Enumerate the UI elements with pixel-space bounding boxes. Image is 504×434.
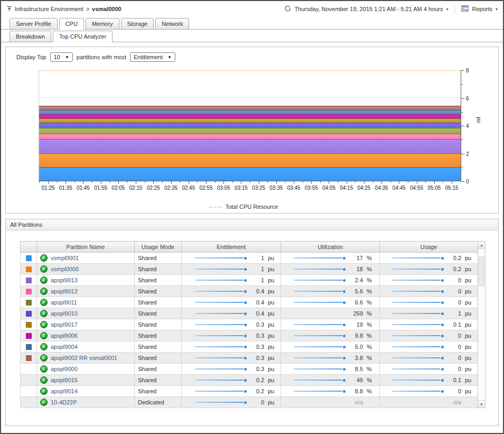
metric-usage: 1pu: [383, 310, 474, 317]
reports-dropdown-arrow[interactable]: ▾: [496, 7, 498, 12]
table-row[interactable]: ✓vsmpl0000Shared1pu18%0.2pu: [21, 264, 478, 275]
x-minor-tick: [197, 181, 198, 183]
timerange-dropdown-arrow[interactable]: ▾: [446, 7, 448, 12]
usage-unit: pu: [465, 288, 474, 294]
tab-network[interactable]: Network: [155, 18, 189, 30]
y-tick-label: 4: [466, 123, 469, 129]
partition-name-link[interactable]: apspl9004: [51, 344, 78, 350]
column-header-partition-name: Partition Name: [37, 242, 135, 253]
table-row[interactable]: ✓apspl9013Shared1pu2.4%0pu: [21, 275, 478, 286]
y-tick: [461, 98, 464, 99]
sparkline: [392, 380, 441, 381]
table-row[interactable]: ✓apspl9006Shared0.3pu9.8%0pu: [21, 330, 478, 341]
subtab-top-cpu-analyzer[interactable]: Top CPU Analyzer: [53, 31, 113, 42]
table-scrollbar[interactable]: ▲ ▼: [478, 241, 486, 408]
x-tick: [206, 181, 207, 184]
usage-unit: pu: [465, 344, 474, 350]
sparkline: [392, 391, 441, 392]
metric-select[interactable]: Entitlement ▼: [130, 52, 175, 62]
partition-name-link[interactable]: vsmpl0000: [51, 266, 79, 272]
sparkline: [392, 335, 441, 336]
sparkline: [294, 291, 342, 292]
partition-name-link[interactable]: apspl9006: [51, 333, 78, 339]
usage-unit: pu: [465, 366, 474, 372]
tab-cpu[interactable]: CPU: [59, 18, 84, 30]
metric-entitlement: 0.2pu: [185, 377, 277, 383]
cell-usage: 0.1pu: [380, 375, 478, 386]
metric-utilization: 8.8%: [284, 388, 376, 394]
partition-name-link[interactable]: apspl9017: [51, 321, 78, 328]
cell-partition-name: ✓apspl9010: [37, 308, 135, 319]
tab-storage[interactable]: Storage: [121, 18, 154, 30]
table-row[interactable]: ✓vsmpl0001Shared1pu17%0.2pu: [21, 253, 478, 264]
partition-name-link[interactable]: apspl9012: [51, 288, 78, 294]
top-count-select[interactable]: 10 ▼: [50, 52, 73, 62]
x-tick-label: 05:05: [427, 185, 441, 191]
x-tick: [153, 181, 154, 184]
partition-name-link[interactable]: apspl9010: [51, 310, 78, 317]
cell-usage-mode: Shared: [135, 308, 182, 319]
scrollbar-thumb[interactable]: [479, 256, 484, 286]
partition-name-link[interactable]: apspl9015: [51, 377, 78, 383]
status-ok-icon: ✓: [40, 288, 48, 295]
subtab-breakdown[interactable]: Breakdown: [10, 31, 51, 42]
table-row[interactable]: ✓apspl9004Shared0.3pu5.0%0pu: [21, 341, 478, 353]
usage-value: 0: [447, 366, 461, 372]
partitions-with-most-label: partitions with most: [77, 54, 126, 60]
partition-name-link[interactable]: 10-4D22P: [51, 399, 77, 405]
usage-unit: pu: [465, 377, 474, 383]
table-row[interactable]: ✓10-4D22PDedicated0pun/an/a: [21, 397, 478, 408]
navigate-up-icon[interactable]: [6, 6, 12, 13]
table-row[interactable]: ✓apspl9017Shared0.3pu19%0.1pu: [21, 319, 478, 330]
usage-value: 0.1: [447, 377, 461, 383]
table-row[interactable]: ✓apspl9014Shared0.2pu8.8%0pu: [21, 386, 478, 397]
usage-unit: pu: [465, 266, 474, 272]
table-row[interactable]: ✓apspl9011Shared0.4pu6.6%0pu: [21, 297, 478, 308]
usage-value: 0: [447, 388, 461, 394]
partition-name-link[interactable]: apspl9002 RR vsmal0001: [51, 355, 117, 361]
x-tick-label: 05:15: [445, 185, 458, 191]
partition-name-link[interactable]: apspl9013: [51, 277, 78, 283]
table-row[interactable]: ✓apspl9010Shared0.4pu259%1pu: [21, 308, 478, 319]
breadcrumb-root[interactable]: Infrastructure Environment: [15, 6, 83, 12]
partition-name-link[interactable]: apspl9011: [51, 299, 77, 306]
sparkline-endpoint: [244, 257, 247, 260]
sparkline-endpoint: [441, 335, 444, 337]
tab-server-profile[interactable]: Server Profile: [10, 18, 58, 30]
timerange-label[interactable]: Thursday, November 19, 2015 1:21 AM - 5:…: [294, 6, 443, 12]
cell-usage-mode: Shared: [135, 286, 182, 297]
cell-usage-mode: Shared: [135, 275, 182, 286]
cell-partition-name: ✓apspl9004: [37, 341, 135, 353]
sparkline-endpoint: [441, 301, 444, 304]
cell-partition-name: ✓apspl9000: [37, 364, 135, 375]
partition-name-link[interactable]: vsmpl0001: [51, 255, 79, 261]
metric-usage: 0pu: [383, 344, 474, 350]
utilization-unit: %: [367, 310, 376, 317]
scroll-down-button[interactable]: ▼: [478, 400, 485, 408]
table-row[interactable]: ✓apspl9002 RR vsmal0001Shared0.3pu3.8%0p…: [21, 353, 478, 364]
sparkline: [294, 324, 342, 325]
metric-entitlement: 1pu: [185, 255, 277, 261]
x-tick: [223, 181, 224, 184]
table-row[interactable]: ✓apspl9015Shared0.2pu49%0.1pu: [21, 375, 478, 386]
entitlement-value: 1: [250, 266, 264, 272]
metric-usage: 0pu: [383, 355, 474, 361]
partition-name-link[interactable]: apspl9000: [51, 366, 78, 372]
x-tick: [83, 181, 83, 184]
tab-memory[interactable]: Memory: [86, 18, 119, 30]
scroll-up-button[interactable]: ▲: [478, 242, 485, 249]
x-minor-tick: [425, 181, 426, 183]
utilization-value: 8.5: [349, 366, 363, 372]
table-row[interactable]: ✓apspl9012Shared0.4pu5.6%0pu: [21, 286, 478, 297]
table-row[interactable]: ✓apspl9000Shared0.3pu8.5%0pu: [21, 364, 478, 375]
metric-utilization: 8.5%: [284, 366, 376, 372]
utilization-unit: %: [367, 388, 376, 394]
x-tick: [101, 181, 101, 184]
partition-name-link[interactable]: apspl9014: [51, 388, 78, 394]
x-tick: [381, 181, 382, 184]
entitlement-unit: pu: [268, 321, 277, 328]
x-tick: [294, 181, 294, 184]
reports-label[interactable]: Reports: [472, 6, 492, 12]
cell-entitlement: 0.4pu: [182, 308, 281, 319]
x-tick-label: 03:25: [252, 185, 265, 191]
